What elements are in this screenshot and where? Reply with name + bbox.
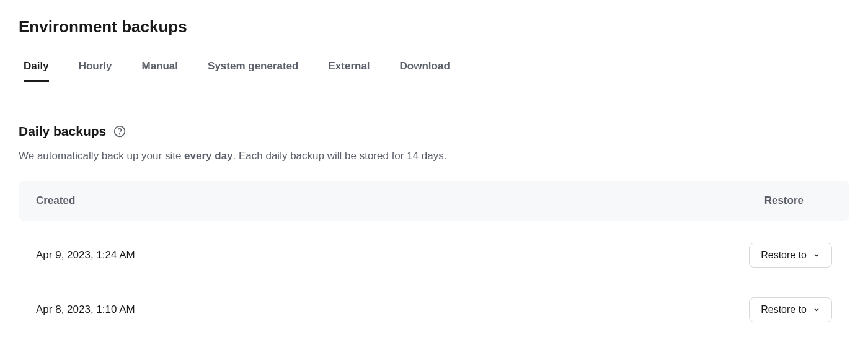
- created-cell: Apr 8, 2023, 1:10 AM: [36, 304, 135, 316]
- tab-hourly[interactable]: Hourly: [79, 60, 112, 82]
- tab-external[interactable]: External: [329, 60, 370, 82]
- restore-button-label: Restore to: [761, 250, 807, 261]
- table-header: Created Restore: [19, 181, 849, 221]
- restore-to-button[interactable]: Restore to: [749, 297, 832, 322]
- table-header-restore: Restore: [764, 195, 832, 207]
- chevron-down-icon: [813, 252, 820, 259]
- section-description-post: . Each daily backup will be stored for 1…: [233, 150, 447, 162]
- tab-system-generated[interactable]: System generated: [208, 60, 298, 82]
- chevron-down-icon: [813, 306, 820, 313]
- tab-manual[interactable]: Manual: [141, 60, 178, 82]
- tab-daily[interactable]: Daily: [24, 60, 49, 82]
- restore-button-label: Restore to: [761, 304, 807, 315]
- table-header-created: Created: [36, 195, 75, 207]
- table-row: Apr 8, 2023, 1:10 AM Restore to: [19, 282, 849, 337]
- table-row: Apr 9, 2023, 1:24 AM Restore to: [19, 228, 849, 282]
- restore-to-button[interactable]: Restore to: [749, 243, 832, 268]
- tabs: Daily Hourly Manual System generated Ext…: [19, 60, 849, 82]
- svg-point-1: [120, 134, 120, 134]
- help-icon[interactable]: [113, 125, 126, 138]
- section-title: Daily backups: [19, 124, 106, 139]
- section-description-bold: every day: [184, 150, 232, 162]
- page-title: Environment backups: [19, 17, 849, 37]
- tab-download[interactable]: Download: [400, 60, 450, 82]
- created-cell: Apr 9, 2023, 1:24 AM: [36, 249, 135, 261]
- section-description-pre: We automatically back up your site: [19, 150, 184, 162]
- section-title-row: Daily backups: [19, 124, 849, 139]
- section-description: We automatically back up your site every…: [19, 150, 849, 162]
